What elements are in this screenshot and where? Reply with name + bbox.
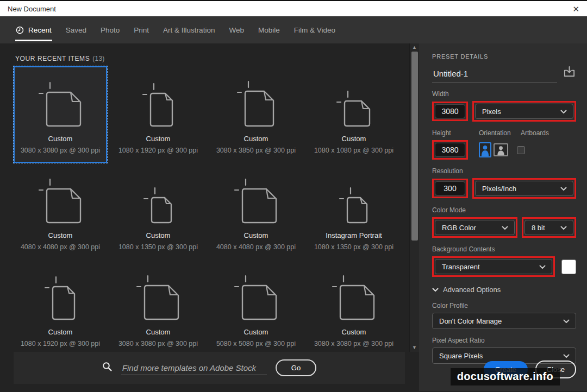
tab-mobile[interactable]: Mobile	[251, 16, 287, 43]
scrollbar-up-icon[interactable]: ▲	[412, 43, 417, 52]
template-item[interactable]: Custom 3080 x 3850 px @ 300 ppi	[209, 66, 303, 163]
template-item[interactable]: Instagram Portrait 1080 x 1350 px @ 300 …	[307, 163, 401, 260]
chevron-down-icon	[502, 224, 508, 232]
scrollbar[interactable]: ▲ ▼	[409, 43, 419, 352]
template-name: Custom	[146, 231, 171, 239]
pixel-aspect-ratio-label: Pixel Aspect Ratio	[432, 337, 576, 344]
go-button[interactable]: Go	[276, 359, 316, 376]
template-dimensions: 4080 x 4080 px @ 300 ppi	[21, 243, 100, 251]
height-input[interactable]	[435, 143, 465, 157]
tab-film-video[interactable]: Film & Video	[287, 16, 342, 43]
tab-label: Recent	[28, 26, 52, 34]
template-dimensions: 1080 x 1920 px @ 300 ppi	[118, 147, 198, 154]
width-label: Width	[432, 90, 576, 98]
template-item[interactable]: Custom 4080 x 4080 px @ 300 ppi	[14, 163, 107, 260]
resolution-unit-dropdown[interactable]: Pixels/Inch	[475, 181, 573, 196]
orientation-portrait-button[interactable]	[479, 142, 491, 157]
background-contents-annotation: Transparent	[432, 256, 555, 277]
bit-depth-dropdown[interactable]: 8 bit	[524, 220, 573, 235]
template-name: Custom	[342, 135, 366, 143]
template-item[interactable]: Custom 5080 x 5080 px @ 300 ppi	[209, 260, 303, 356]
width-unit-dropdown[interactable]: Pixels	[475, 104, 573, 119]
color-profile-dropdown[interactable]: Don't Color Manage	[432, 313, 576, 329]
resolution-annotation	[432, 179, 468, 198]
document-icon	[136, 269, 181, 321]
orientation-label: Orientation	[479, 129, 521, 137]
tab-web[interactable]: Web	[222, 16, 251, 43]
resolution-input[interactable]	[435, 181, 465, 195]
new-document-dialog: New Document ✕ Recent Saved Photo Print …	[0, 0, 587, 392]
chevron-down-icon	[560, 185, 567, 193]
template-name: Custom	[146, 135, 171, 143]
document-icon	[142, 76, 175, 128]
tab-print[interactable]: Print	[127, 16, 156, 43]
template-name: Custom	[244, 328, 268, 336]
preset-details-panel: PRESET DETAILS Width Pixels	[419, 43, 587, 391]
search-input[interactable]	[121, 361, 267, 375]
template-item[interactable]: Custom 1080 x 1080 px @ 300 ppi	[307, 66, 401, 163]
template-name: Custom	[244, 231, 268, 239]
template-name: Custom	[342, 328, 366, 336]
scrollbar-down-icon[interactable]: ▼	[412, 344, 417, 352]
color-profile-label: Color Profile	[432, 302, 576, 309]
adobe-stock-search-bar: Go	[14, 352, 405, 384]
color-mode-label: Color Mode	[432, 206, 576, 214]
template-item[interactable]: Custom 3080 x 3080 px @ 300 ppi	[111, 260, 205, 356]
template-name: Custom	[48, 231, 73, 239]
template-dimensions: 1080 x 1350 px @ 300 ppi	[314, 243, 394, 251]
watermark: docusoftware.info	[451, 368, 560, 385]
template-dimensions: 3080 x 3080 px @ 300 ppi	[314, 340, 394, 347]
width-input[interactable]	[435, 104, 465, 118]
tab-recent[interactable]: Recent	[9, 16, 59, 43]
color-mode-annotation: RGB Color	[432, 217, 517, 238]
document-icon	[143, 173, 174, 225]
chevron-down-icon	[563, 317, 570, 325]
height-label: Height	[432, 129, 479, 137]
document-icon	[234, 173, 279, 225]
artboards-checkbox[interactable]	[517, 146, 525, 154]
template-dimensions: 3080 x 3080 px @ 300 ppi	[118, 340, 198, 347]
orientation-landscape-button[interactable]	[494, 143, 508, 156]
save-preset-icon[interactable]	[563, 66, 576, 83]
template-grid: Custom 3080 x 3080 px @ 300 ppi Custom 1…	[14, 66, 419, 356]
close-icon[interactable]: ✕	[572, 5, 579, 13]
document-icon	[336, 76, 372, 128]
document-name-field[interactable]	[432, 65, 557, 83]
document-icon	[339, 173, 370, 225]
document-icon	[38, 76, 83, 128]
color-mode-dropdown[interactable]: RGB Color	[435, 220, 515, 235]
template-dimensions: 1080 x 1920 px @ 300 ppi	[21, 340, 100, 347]
artboards-label: Artboards	[521, 129, 549, 137]
advanced-options-toggle[interactable]: Advanced Options	[432, 286, 576, 294]
tab-photo[interactable]: Photo	[93, 16, 127, 43]
resolution-label: Resolution	[432, 167, 576, 175]
chevron-down-icon	[560, 108, 567, 116]
template-item[interactable]: Custom 4080 x 4080 px @ 300 ppi	[209, 163, 303, 260]
background-contents-label: Background Contents	[432, 245, 576, 253]
document-icon	[38, 173, 83, 225]
tab-art-illustration[interactable]: Art & Illustration	[156, 16, 222, 43]
scrollbar-thumb[interactable]	[411, 52, 418, 241]
template-item[interactable]: Custom 1080 x 1350 px @ 300 ppi	[111, 163, 205, 260]
tab-label: Saved	[66, 26, 86, 34]
document-icon	[44, 269, 77, 321]
template-dimensions: 1080 x 1350 px @ 300 ppi	[118, 243, 198, 251]
recent-items-panel: YOUR RECENT ITEMS(13) Custom 3080 x 3080…	[0, 43, 419, 391]
width-unit-annotation: Pixels	[472, 101, 576, 122]
document-icon	[332, 269, 377, 321]
template-item[interactable]: Custom 1080 x 1920 px @ 300 ppi	[111, 66, 205, 163]
height-annotation	[432, 140, 468, 160]
template-dimensions: 4080 x 4080 px @ 300 ppi	[216, 243, 296, 251]
background-contents-dropdown[interactable]: Transparent	[435, 259, 552, 274]
bit-depth-annotation: 8 bit	[522, 217, 576, 238]
background-color-swatch[interactable]	[561, 260, 576, 274]
tab-saved[interactable]: Saved	[59, 16, 93, 43]
chevron-down-icon	[560, 224, 567, 232]
recent-items-count: (13)	[92, 55, 104, 62]
template-item[interactable]: Custom 1080 x 1920 px @ 300 ppi	[14, 260, 107, 356]
chevron-down-icon	[539, 263, 546, 271]
template-name: Custom	[48, 135, 73, 143]
template-item[interactable]: Custom 3080 x 3080 px @ 300 ppi	[307, 260, 401, 356]
template-dimensions: 3080 x 3080 px @ 300 ppi	[21, 147, 100, 154]
template-item[interactable]: Custom 3080 x 3080 px @ 300 ppi	[14, 66, 107, 163]
